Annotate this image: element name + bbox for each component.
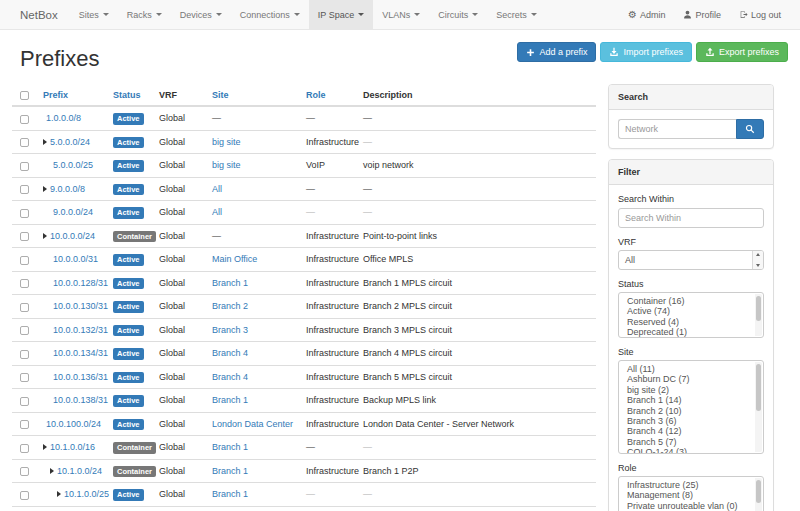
- site-link[interactable]: Branch 3: [212, 325, 248, 335]
- site-option[interactable]: Branch 1 (14): [619, 395, 763, 405]
- column-sort-link[interactable]: Status: [113, 90, 141, 100]
- scrollbar-track[interactable]: [755, 362, 762, 452]
- role-option[interactable]: Infrastructure (25): [619, 480, 763, 490]
- nav-item-connections[interactable]: Connections: [231, 0, 309, 29]
- site-link[interactable]: Branch 1: [212, 395, 248, 405]
- expand-caret-icon[interactable]: [43, 444, 47, 450]
- status-option[interactable]: Active (74): [619, 306, 763, 316]
- nav-item-devices[interactable]: Devices: [171, 0, 231, 29]
- expand-caret-icon[interactable]: [57, 491, 61, 497]
- prefix-link[interactable]: 9.0.0.0/24: [53, 207, 93, 217]
- site-option[interactable]: big site (2): [619, 385, 763, 395]
- expand-caret-icon[interactable]: [43, 139, 47, 145]
- column-sort-link[interactable]: Site: [212, 90, 229, 100]
- expand-caret-icon[interactable]: [50, 468, 54, 474]
- status-option[interactable]: Container (16): [619, 296, 763, 306]
- scrollbar-track[interactable]: [755, 478, 762, 511]
- prefix-link[interactable]: 10.0.0.128/31: [53, 278, 108, 288]
- nav-item-ip-space[interactable]: IP Space: [309, 0, 373, 29]
- site-link[interactable]: big site: [212, 160, 241, 170]
- prefix-link[interactable]: 10.0.0.132/31: [53, 325, 108, 335]
- row-checkbox[interactable]: [20, 491, 29, 500]
- prefix-link[interactable]: 10.0.0.136/31: [53, 372, 108, 382]
- scrollbar-thumb[interactable]: [756, 296, 761, 321]
- site-link[interactable]: Branch 1: [212, 489, 248, 499]
- nav-item-racks[interactable]: Racks: [118, 0, 171, 29]
- prefix-link[interactable]: 10.1.0.0/24: [57, 466, 102, 476]
- search-input[interactable]: [618, 119, 736, 139]
- site-option[interactable]: Branch 5 (7): [619, 437, 763, 447]
- nav-item-secrets[interactable]: Secrets: [487, 0, 546, 29]
- site-link[interactable]: All: [212, 207, 222, 217]
- add-a-prefix-button[interactable]: Add a prefix: [517, 42, 596, 62]
- prefix-link[interactable]: 10.0.0.0/31: [53, 254, 98, 264]
- row-checkbox[interactable]: [20, 467, 29, 476]
- import-prefixes-button[interactable]: Import prefixes: [600, 42, 692, 62]
- row-checkbox[interactable]: [20, 115, 29, 124]
- site-link[interactable]: Branch 4: [212, 372, 248, 382]
- column-sort-link[interactable]: Role: [306, 90, 326, 100]
- site-link[interactable]: Main Office: [212, 254, 257, 264]
- search-button[interactable]: [736, 119, 764, 139]
- role-option[interactable]: Private unrouteable vlan (0): [619, 501, 763, 511]
- prefix-link[interactable]: 1.0.0.0/8: [46, 113, 81, 123]
- netbox-brand[interactable]: NetBox: [0, 0, 70, 29]
- site-link[interactable]: Branch 1: [212, 442, 248, 452]
- row-checkbox[interactable]: [20, 303, 29, 312]
- site-option[interactable]: Branch 4 (12): [619, 426, 763, 436]
- row-checkbox[interactable]: [20, 444, 29, 453]
- role-option[interactable]: Management (8): [619, 490, 763, 500]
- prefix-link[interactable]: 5.0.0.0/24: [50, 137, 90, 147]
- row-checkbox[interactable]: [20, 420, 29, 429]
- row-checkbox[interactable]: [20, 209, 29, 218]
- select-all-checkbox[interactable]: [20, 91, 29, 100]
- site-link[interactable]: Branch 1: [212, 278, 248, 288]
- prefix-link[interactable]: 10.0.0.138/31: [53, 395, 108, 405]
- site-link[interactable]: London Data Center: [212, 419, 293, 429]
- site-option[interactable]: Ashburn DC (7): [619, 374, 763, 384]
- export-prefixes-button[interactable]: Export prefixes: [696, 42, 788, 62]
- site-option[interactable]: All (11): [619, 364, 763, 374]
- prefix-link[interactable]: 10.0.100.0/24: [46, 419, 101, 429]
- site-option[interactable]: Branch 3 (6): [619, 416, 763, 426]
- scrollbar-track[interactable]: [755, 294, 762, 336]
- row-checkbox[interactable]: [20, 185, 29, 194]
- site-option[interactable]: Branch 2 (10): [619, 406, 763, 416]
- site-link[interactable]: All: [212, 184, 222, 194]
- column-sort-link[interactable]: Prefix: [43, 90, 68, 100]
- prefix-link[interactable]: 9.0.0.0/8: [50, 184, 85, 194]
- prefix-link[interactable]: 10.0.0.130/31: [53, 301, 108, 311]
- status-option[interactable]: Reserved (4): [619, 317, 763, 327]
- nav-item-profile[interactable]: Profile: [674, 0, 730, 29]
- row-checkbox[interactable]: [20, 350, 29, 359]
- prefix-link[interactable]: 10.1.0.0/16: [50, 442, 95, 452]
- prefix-link[interactable]: 10.0.0.0/24: [50, 231, 95, 241]
- site-link[interactable]: Branch 4: [212, 348, 248, 358]
- row-checkbox[interactable]: [20, 279, 29, 288]
- nav-item-log-out[interactable]: Log out: [730, 0, 790, 29]
- site-link[interactable]: big site: [212, 137, 241, 147]
- row-checkbox[interactable]: [20, 397, 29, 406]
- row-checkbox[interactable]: [20, 326, 29, 335]
- nav-item-admin[interactable]: ⚙Admin: [619, 0, 674, 29]
- status-option[interactable]: Deprecated (1): [619, 327, 763, 337]
- site-link[interactable]: Branch 2: [212, 301, 248, 311]
- nav-item-sites[interactable]: Sites: [70, 0, 118, 29]
- row-checkbox[interactable]: [20, 232, 29, 241]
- search-within-input[interactable]: [618, 208, 764, 228]
- vrf-select[interactable]: All: [618, 250, 764, 270]
- nav-item-circuits[interactable]: Circuits: [429, 0, 487, 29]
- site-option[interactable]: COLO-1-24 (3): [619, 447, 763, 454]
- prefix-link[interactable]: 5.0.0.0/25: [53, 160, 93, 170]
- prefix-link[interactable]: 10.0.0.134/31: [53, 348, 108, 358]
- scrollbar-thumb[interactable]: [756, 480, 761, 503]
- row-checkbox[interactable]: [20, 373, 29, 382]
- expand-caret-icon[interactable]: [43, 186, 47, 192]
- row-checkbox[interactable]: [20, 138, 29, 147]
- scrollbar-thumb[interactable]: [756, 364, 761, 411]
- row-checkbox[interactable]: [20, 256, 29, 265]
- expand-caret-icon[interactable]: [43, 233, 47, 239]
- site-link[interactable]: Branch 1: [212, 466, 248, 476]
- nav-item-vlans[interactable]: VLANs: [373, 0, 429, 29]
- prefix-link[interactable]: 10.1.0.0/25: [64, 489, 109, 499]
